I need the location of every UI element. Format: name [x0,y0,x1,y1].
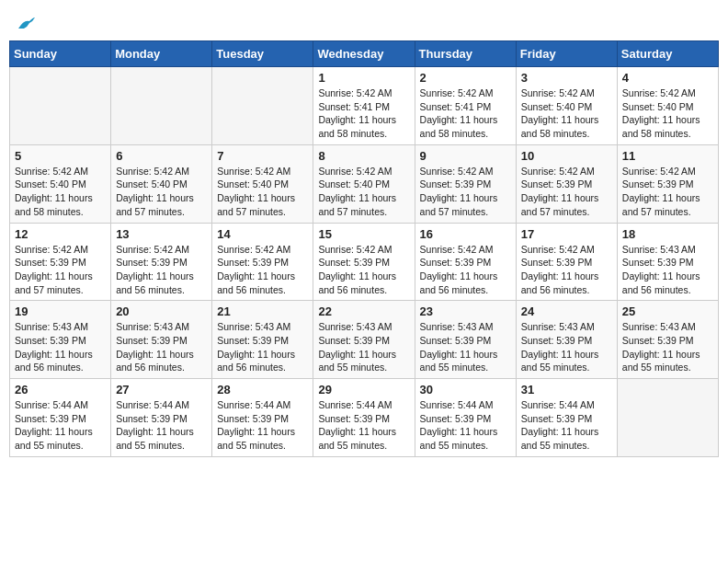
weekday-header-row: SundayMondayTuesdayWednesdayThursdayFrid… [10,41,719,67]
calendar-day-cell: 2Sunrise: 5:42 AM Sunset: 5:41 PM Daylig… [415,67,516,145]
day-number: 19 [15,304,106,318]
day-number: 29 [318,383,409,396]
day-number: 17 [521,227,612,241]
day-number: 24 [521,304,612,318]
day-info: Sunrise: 5:42 AM Sunset: 5:40 PM Dayligh… [521,86,612,141]
calendar-day-cell: 24Sunrise: 5:43 AM Sunset: 5:39 PM Dayli… [516,301,617,379]
day-number: 18 [622,227,713,241]
calendar-day-cell: 27Sunrise: 5:44 AM Sunset: 5:39 PM Dayli… [111,379,212,457]
calendar-day-cell: 26Sunrise: 5:44 AM Sunset: 5:39 PM Dayli… [10,379,111,457]
calendar-day-cell: 28Sunrise: 5:44 AM Sunset: 5:39 PM Dayli… [212,379,313,457]
weekday-header-saturday: Saturday [617,41,718,67]
day-number: 10 [521,149,612,163]
page-header [9,9,719,33]
day-info: Sunrise: 5:43 AM Sunset: 5:39 PM Dayligh… [116,320,207,374]
day-number: 22 [318,304,409,318]
weekday-header-sunday: Sunday [10,41,111,67]
calendar-day-cell: 5Sunrise: 5:42 AM Sunset: 5:40 PM Daylig… [10,144,111,223]
day-info: Sunrise: 5:42 AM Sunset: 5:40 PM Dayligh… [318,165,409,219]
day-info: Sunrise: 5:42 AM Sunset: 5:39 PM Dayligh… [15,243,106,297]
day-info: Sunrise: 5:42 AM Sunset: 5:39 PM Dayligh… [217,243,308,297]
weekday-header-tuesday: Tuesday [212,41,313,67]
calendar-day-cell: 14Sunrise: 5:42 AM Sunset: 5:39 PM Dayli… [212,223,313,301]
day-info: Sunrise: 5:42 AM Sunset: 5:39 PM Dayligh… [420,243,511,297]
day-number: 20 [116,304,207,318]
day-info: Sunrise: 5:44 AM Sunset: 5:39 PM Dayligh… [217,398,308,453]
calendar-day-cell: 22Sunrise: 5:43 AM Sunset: 5:39 PM Dayli… [313,301,415,379]
logo-bird-icon [17,16,37,32]
calendar-day-cell: 1Sunrise: 5:42 AM Sunset: 5:41 PM Daylig… [313,67,415,145]
calendar-day-cell: 31Sunrise: 5:44 AM Sunset: 5:39 PM Dayli… [516,379,617,457]
weekday-header-friday: Friday [516,41,617,67]
calendar-week-row: 1Sunrise: 5:42 AM Sunset: 5:41 PM Daylig… [10,67,719,145]
day-info: Sunrise: 5:42 AM Sunset: 5:40 PM Dayligh… [622,86,713,141]
day-info: Sunrise: 5:42 AM Sunset: 5:39 PM Dayligh… [116,243,207,297]
calendar-day-cell: 10Sunrise: 5:42 AM Sunset: 5:39 PM Dayli… [516,144,617,223]
day-number: 13 [116,227,207,241]
calendar-day-cell: 6Sunrise: 5:42 AM Sunset: 5:40 PM Daylig… [111,144,212,223]
calendar-day-cell: 30Sunrise: 5:44 AM Sunset: 5:39 PM Dayli… [415,379,516,457]
calendar-day-cell [212,67,313,145]
day-info: Sunrise: 5:43 AM Sunset: 5:39 PM Dayligh… [622,243,713,297]
calendar-week-row: 26Sunrise: 5:44 AM Sunset: 5:39 PM Dayli… [10,379,719,457]
day-info: Sunrise: 5:42 AM Sunset: 5:41 PM Dayligh… [420,86,511,141]
logo [17,13,37,29]
day-number: 8 [318,149,409,163]
calendar-day-cell [617,379,718,457]
calendar-day-cell: 11Sunrise: 5:42 AM Sunset: 5:39 PM Dayli… [617,144,718,223]
calendar-day-cell: 8Sunrise: 5:42 AM Sunset: 5:40 PM Daylig… [313,144,415,223]
day-number: 1 [318,71,409,85]
day-info: Sunrise: 5:42 AM Sunset: 5:39 PM Dayligh… [521,243,612,297]
calendar-table: SundayMondayTuesdayWednesdayThursdayFrid… [9,40,719,457]
calendar-day-cell [10,67,111,145]
calendar-day-cell: 17Sunrise: 5:42 AM Sunset: 5:39 PM Dayli… [516,223,617,301]
day-info: Sunrise: 5:43 AM Sunset: 5:39 PM Dayligh… [622,320,713,374]
day-number: 14 [217,227,308,241]
day-number: 26 [15,383,106,396]
calendar-day-cell: 29Sunrise: 5:44 AM Sunset: 5:39 PM Dayli… [313,379,415,457]
day-number: 30 [420,383,511,396]
day-number: 12 [15,227,106,241]
calendar-week-row: 12Sunrise: 5:42 AM Sunset: 5:39 PM Dayli… [10,223,719,301]
calendar-week-row: 19Sunrise: 5:43 AM Sunset: 5:39 PM Dayli… [10,301,719,379]
calendar-day-cell: 25Sunrise: 5:43 AM Sunset: 5:39 PM Dayli… [617,301,718,379]
day-number: 21 [217,304,308,318]
calendar-day-cell: 4Sunrise: 5:42 AM Sunset: 5:40 PM Daylig… [617,67,718,145]
calendar-week-row: 5Sunrise: 5:42 AM Sunset: 5:40 PM Daylig… [10,144,719,223]
day-number: 27 [116,383,207,396]
day-info: Sunrise: 5:42 AM Sunset: 5:40 PM Dayligh… [116,165,207,219]
day-info: Sunrise: 5:42 AM Sunset: 5:39 PM Dayligh… [622,165,713,219]
day-info: Sunrise: 5:44 AM Sunset: 5:39 PM Dayligh… [420,398,511,453]
day-info: Sunrise: 5:43 AM Sunset: 5:39 PM Dayligh… [420,320,511,374]
day-number: 2 [420,71,511,85]
day-number: 6 [116,149,207,163]
weekday-header-thursday: Thursday [415,41,516,67]
weekday-header-wednesday: Wednesday [313,41,415,67]
day-info: Sunrise: 5:43 AM Sunset: 5:39 PM Dayligh… [15,320,106,374]
day-info: Sunrise: 5:43 AM Sunset: 5:39 PM Dayligh… [318,320,409,374]
weekday-header-monday: Monday [111,41,212,67]
calendar-day-cell: 15Sunrise: 5:42 AM Sunset: 5:39 PM Dayli… [313,223,415,301]
day-number: 5 [15,149,106,163]
day-info: Sunrise: 5:43 AM Sunset: 5:39 PM Dayligh… [217,320,308,374]
day-number: 16 [420,227,511,241]
day-number: 25 [622,304,713,318]
day-info: Sunrise: 5:42 AM Sunset: 5:40 PM Dayligh… [217,165,308,219]
day-info: Sunrise: 5:42 AM Sunset: 5:40 PM Dayligh… [15,165,106,219]
calendar-day-cell: 13Sunrise: 5:42 AM Sunset: 5:39 PM Dayli… [111,223,212,301]
day-number: 11 [622,149,713,163]
calendar-day-cell: 20Sunrise: 5:43 AM Sunset: 5:39 PM Dayli… [111,301,212,379]
logo-text [17,13,37,33]
calendar-day-cell: 7Sunrise: 5:42 AM Sunset: 5:40 PM Daylig… [212,144,313,223]
calendar-day-cell: 9Sunrise: 5:42 AM Sunset: 5:39 PM Daylig… [415,144,516,223]
day-info: Sunrise: 5:42 AM Sunset: 5:39 PM Dayligh… [318,243,409,297]
calendar-day-cell: 16Sunrise: 5:42 AM Sunset: 5:39 PM Dayli… [415,223,516,301]
day-number: 9 [420,149,511,163]
day-info: Sunrise: 5:42 AM Sunset: 5:39 PM Dayligh… [420,165,511,219]
day-number: 31 [521,383,612,396]
day-info: Sunrise: 5:42 AM Sunset: 5:41 PM Dayligh… [318,86,409,141]
day-info: Sunrise: 5:44 AM Sunset: 5:39 PM Dayligh… [116,398,207,453]
calendar-day-cell: 18Sunrise: 5:43 AM Sunset: 5:39 PM Dayli… [617,223,718,301]
day-number: 7 [217,149,308,163]
day-number: 3 [521,71,612,85]
